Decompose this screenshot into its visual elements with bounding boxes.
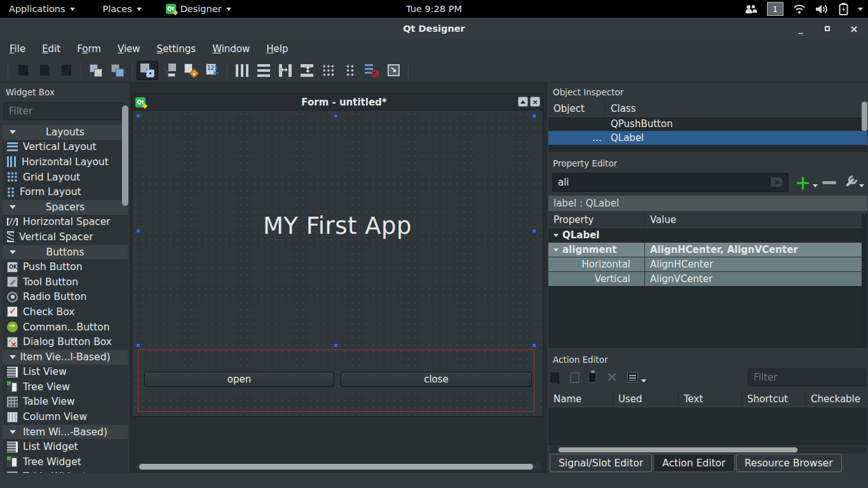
edit-signals-slots-mode-button[interactable]	[158, 61, 180, 80]
widget-check-box[interactable]: Check Box	[3, 304, 128, 320]
adjust-size-button[interactable]	[383, 61, 404, 80]
layout-horizontally-button[interactable]	[231, 61, 253, 80]
wifi-icon[interactable]	[793, 4, 806, 14]
property-editor-scrollbar[interactable]	[862, 214, 867, 347]
users-icon[interactable]	[745, 4, 757, 14]
widget-tree-view[interactable]: Tree View	[3, 379, 128, 395]
form-titlebar[interactable]: Qt Form - untitled* ×	[132, 94, 543, 111]
menu-window[interactable]: Window	[205, 41, 257, 57]
open-button-widget[interactable]: open	[144, 372, 334, 387]
widget-box-filter-input[interactable]	[3, 102, 125, 120]
widget-list-view[interactable]: List View	[3, 365, 128, 380]
category-layouts[interactable]: Layouts	[3, 125, 128, 140]
new-action-button[interactable]	[550, 372, 560, 383]
mdi-horizontal-scrollbar[interactable]	[137, 463, 541, 471]
widget-box-scrollbar[interactable]	[122, 105, 128, 206]
qlabel-widget[interactable]: MY First App	[137, 212, 538, 240]
volume-icon[interactable]	[815, 4, 829, 15]
menu-file[interactable]: File	[2, 41, 33, 57]
scrollbar-thumb[interactable]	[559, 447, 797, 452]
property-row-alignment[interactable]: alignment AlignHCenter, AlignVCenter	[548, 243, 867, 257]
battery-icon[interactable]	[839, 3, 848, 15]
widget-dialog-button-box[interactable]: Dialog Button Box	[3, 334, 128, 349]
clear-filter-icon[interactable]: ×	[771, 177, 783, 187]
break-layout-button[interactable]	[361, 61, 383, 80]
layout-split-vertical-button[interactable]	[296, 61, 318, 80]
menu-help[interactable]: Help	[259, 41, 295, 57]
selection-handle[interactable]	[136, 114, 140, 118]
selection-handle[interactable]	[532, 114, 536, 118]
widget-vertical-layout[interactable]: Vertical Layout	[3, 140, 128, 155]
window-titlebar[interactable]: Qt Designer _ ×	[0, 18, 868, 39]
layout-vertically-button[interactable]	[253, 61, 275, 80]
form-canvas[interactable]: MY First App open close	[132, 111, 543, 416]
selection-handle[interactable]	[136, 343, 140, 348]
edit-buddies-mode-button[interactable]	[180, 61, 201, 80]
applications-menu[interactable]: Applications	[0, 0, 84, 18]
category-buttons[interactable]: Buttons	[3, 245, 128, 260]
open-form-button[interactable]	[34, 61, 55, 80]
widget-form-layout[interactable]: Form Layout	[3, 184, 128, 200]
selection-handle[interactable]	[334, 343, 338, 348]
workspace-indicator[interactable]: 1	[767, 2, 783, 16]
remove-property-button[interactable]	[822, 173, 836, 192]
object-inspector-header[interactable]: Object Class	[548, 100, 867, 117]
layout-split-horizontal-button[interactable]	[275, 61, 296, 80]
paste-action-button[interactable]	[588, 372, 597, 383]
selection-handle[interactable]	[136, 229, 140, 233]
close-button-widget[interactable]: close	[341, 372, 532, 387]
caret-down-icon[interactable]	[858, 8, 863, 11]
minimize-button[interactable]: _	[796, 24, 806, 34]
object-inspector-scrollbar[interactable]	[862, 102, 867, 131]
maximize-button[interactable]	[822, 24, 832, 34]
category-item-views[interactable]: Item Vie...l-Based)	[3, 349, 128, 365]
category-spacers[interactable]: Spacers	[3, 200, 128, 215]
scrollbar-thumb[interactable]	[139, 464, 533, 470]
add-property-button[interactable]: +	[795, 173, 818, 192]
layout-grid-button[interactable]	[318, 61, 339, 80]
places-menu[interactable]: Places	[94, 0, 151, 18]
selection-handle[interactable]	[532, 229, 536, 233]
save-form-button[interactable]	[55, 61, 77, 80]
object-row-qpushbutton[interactable]: QPushButton	[548, 117, 867, 131]
menu-settings[interactable]: Settings	[149, 41, 204, 57]
widget-radio-button[interactable]: Radio Button	[3, 290, 128, 305]
property-table-header[interactable]: Property Value	[548, 212, 867, 228]
new-form-button[interactable]	[12, 61, 34, 80]
property-row-vertical[interactable]: Vertical AlignVCenter	[548, 272, 867, 287]
action-filter-input[interactable]	[748, 369, 866, 386]
view-mode-button[interactable]	[627, 372, 638, 383]
widget-grid-layout[interactable]: Grid Layout	[3, 170, 128, 185]
tab-resource-browser[interactable]: Resource Browser	[736, 454, 842, 472]
raise-widget-button[interactable]	[107, 61, 128, 80]
menu-form[interactable]: Form	[69, 41, 109, 57]
widget-list-widget[interactable]: List Widget	[3, 439, 128, 454]
action-table-body[interactable]	[548, 407, 867, 445]
selection-handle[interactable]	[532, 343, 536, 348]
form-maximize-button[interactable]	[518, 97, 528, 107]
property-group-qlabel[interactable]: QLabel	[548, 228, 867, 243]
widget-tool-button[interactable]: Tool Button	[3, 274, 128, 290]
selection-handle[interactable]	[334, 114, 338, 118]
property-filter-input[interactable]	[552, 173, 789, 192]
configure-property-editor-button[interactable]	[843, 173, 864, 192]
action-table-header[interactable]: Name Used Text Shortcut Checkable	[548, 391, 867, 407]
widget-table-view[interactable]: Table View	[3, 395, 128, 410]
layout-form-button[interactable]	[339, 61, 361, 80]
widget-command-link-button[interactable]: Comman...Button	[3, 320, 128, 335]
widget-tree-widget[interactable]: Tree Widget	[3, 454, 128, 470]
category-item-widgets[interactable]: Item Wi...-Based)	[3, 424, 128, 440]
widget-push-button[interactable]: Push Button	[3, 259, 128, 274]
edit-tab-order-mode-button[interactable]: ↦	[201, 61, 223, 80]
form-close-button[interactable]: ×	[530, 97, 540, 107]
edit-widgets-mode-button[interactable]	[137, 61, 158, 80]
close-button[interactable]: ×	[849, 24, 859, 34]
tab-action-editor[interactable]: Action Editor	[653, 454, 734, 472]
widget-horizontal-layout[interactable]: Horizontal Layout	[3, 154, 128, 170]
menu-view[interactable]: View	[110, 41, 148, 57]
designer-app-menu[interactable]: Qt Designer	[157, 0, 240, 18]
property-row-horizontal[interactable]: Horizontal AlignHCenter	[548, 257, 867, 272]
object-row-qlabel-selected[interactable]: … QLabel	[548, 131, 867, 145]
menu-edit[interactable]: Edit	[34, 41, 68, 57]
tab-signal-slot-editor[interactable]: Signal/Slot Editor	[550, 454, 652, 472]
